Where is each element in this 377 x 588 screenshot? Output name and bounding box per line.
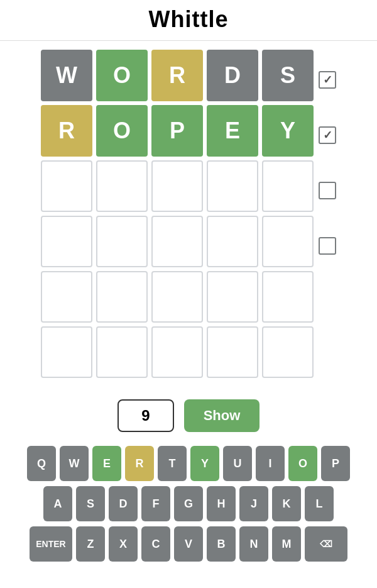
key-v[interactable]: V xyxy=(174,526,203,562)
cell-4-2 xyxy=(151,271,203,323)
cell-0-2: R xyxy=(151,50,203,101)
key-g[interactable]: G xyxy=(174,486,203,521)
show-button[interactable]: Show xyxy=(184,399,260,432)
key-e[interactable]: E xyxy=(92,446,121,481)
number-input[interactable] xyxy=(117,399,174,432)
cell-1-3: E xyxy=(207,105,258,157)
checkbox-wrapper-4 xyxy=(319,274,336,329)
cell-3-1 xyxy=(96,216,148,267)
checkbox-wrapper-3 xyxy=(319,218,336,274)
key-c[interactable]: C xyxy=(141,526,170,562)
key-o[interactable]: O xyxy=(288,446,317,481)
key-q[interactable]: Q xyxy=(27,446,56,481)
cell-2-2 xyxy=(151,160,203,212)
cell-0-4: S xyxy=(262,50,314,101)
key-a[interactable]: A xyxy=(43,486,72,521)
cell-3-0 xyxy=(41,216,92,267)
checkbox-row-3[interactable] xyxy=(319,237,336,255)
checkbox-wrapper-5 xyxy=(319,329,336,384)
key-enter[interactable]: ENTER xyxy=(30,526,72,562)
key-f[interactable]: F xyxy=(141,486,170,521)
title-divider xyxy=(0,40,377,41)
key-⌫[interactable]: ⌫ xyxy=(305,526,347,562)
checkbox-row-2[interactable] xyxy=(319,182,336,199)
cell-3-3 xyxy=(207,216,258,267)
keyboard-row-2: ENTERZXCVBNM⌫ xyxy=(30,526,347,562)
key-x[interactable]: X xyxy=(109,526,138,562)
cell-1-4: Y xyxy=(262,105,314,157)
cell-2-4 xyxy=(262,160,314,212)
cell-2-3 xyxy=(207,160,258,212)
game-board-area: WORDSROPEY ✓✓ xyxy=(41,50,336,384)
key-i[interactable]: I xyxy=(256,446,285,481)
checkbox-row-0[interactable]: ✓ xyxy=(319,71,336,89)
controls-area: Show xyxy=(117,399,260,432)
cell-2-1 xyxy=(96,160,148,212)
checkmark-icon: ✓ xyxy=(323,128,332,142)
key-d[interactable]: D xyxy=(109,486,138,521)
cell-0-3: D xyxy=(207,50,258,101)
grid-row-1: ROPEY xyxy=(41,105,314,157)
cell-4-0 xyxy=(41,271,92,323)
cell-5-2 xyxy=(151,326,203,378)
key-u[interactable]: U xyxy=(223,446,252,481)
checkbox-wrapper-0: ✓ xyxy=(319,52,336,108)
key-b[interactable]: B xyxy=(207,526,236,562)
key-t[interactable]: T xyxy=(158,446,187,481)
checkmark-icon: ✓ xyxy=(323,73,332,87)
game-grid: WORDSROPEY xyxy=(41,50,314,378)
keyboard-row-1: ASDFGHJKL xyxy=(43,486,334,521)
cell-2-0 xyxy=(41,160,92,212)
keyboard: QWERTYUIOPASDFGHJKLENTERZXCVBNM⌫ xyxy=(27,446,350,562)
grid-row-5 xyxy=(41,326,314,378)
cell-4-1 xyxy=(96,271,148,323)
page-title: Whittle xyxy=(149,0,229,40)
cell-1-0: R xyxy=(41,105,92,157)
key-r[interactable]: R xyxy=(125,446,154,481)
cell-4-4 xyxy=(262,271,314,323)
checkbox-wrapper-2 xyxy=(319,163,336,218)
key-w[interactable]: W xyxy=(60,446,89,481)
grid-row-4 xyxy=(41,271,314,323)
key-p[interactable]: P xyxy=(321,446,350,481)
cell-0-1: O xyxy=(96,50,148,101)
key-k[interactable]: K xyxy=(272,486,301,521)
cell-1-2: P xyxy=(151,105,203,157)
cell-5-3 xyxy=(207,326,258,378)
key-z[interactable]: Z xyxy=(76,526,105,562)
cell-3-4 xyxy=(262,216,314,267)
cell-0-0: W xyxy=(41,50,92,101)
key-y[interactable]: Y xyxy=(190,446,219,481)
grid-row-3 xyxy=(41,216,314,267)
cell-5-4 xyxy=(262,326,314,378)
cell-4-3 xyxy=(207,271,258,323)
key-l[interactable]: L xyxy=(305,486,334,521)
checkboxes-panel: ✓✓ xyxy=(319,50,336,384)
checkbox-wrapper-1: ✓ xyxy=(319,108,336,163)
key-h[interactable]: H xyxy=(207,486,236,521)
key-m[interactable]: M xyxy=(272,526,301,562)
checkbox-row-1[interactable]: ✓ xyxy=(319,126,336,144)
key-s[interactable]: S xyxy=(76,486,105,521)
key-n[interactable]: N xyxy=(239,526,268,562)
cell-5-1 xyxy=(96,326,148,378)
cell-1-1: O xyxy=(96,105,148,157)
keyboard-row-0: QWERTYUIOP xyxy=(27,446,350,481)
cell-5-0 xyxy=(41,326,92,378)
key-j[interactable]: J xyxy=(239,486,268,521)
grid-row-2 xyxy=(41,160,314,212)
grid-row-0: WORDS xyxy=(41,50,314,101)
cell-3-2 xyxy=(151,216,203,267)
